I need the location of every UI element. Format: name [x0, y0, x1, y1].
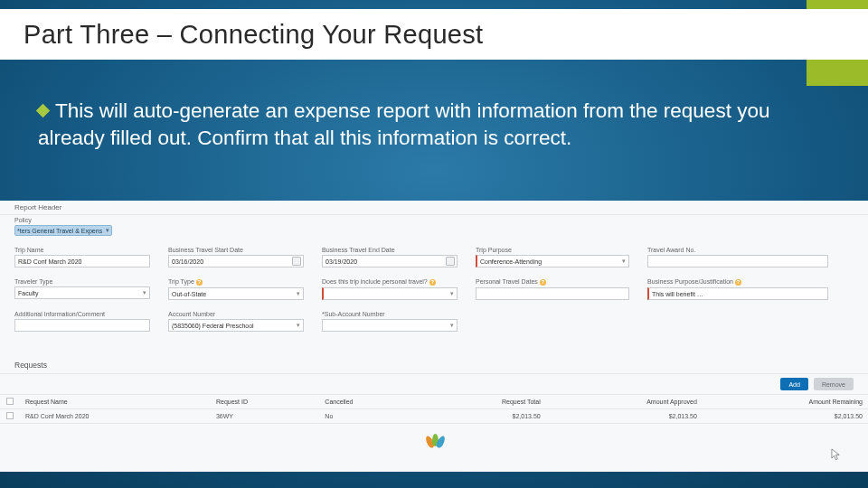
td-check [0, 409, 20, 424]
th-amount-remaining: Amount Remaining [703, 395, 868, 409]
addl-info-label: Additional Information/Comment [14, 311, 150, 317]
chevron-down-icon: ▾ [622, 258, 626, 265]
policy-value: *ters General Travel & Expens [17, 228, 102, 234]
brand-logo [427, 436, 444, 448]
th-check [0, 395, 20, 409]
th-cancelled: Cancelled [319, 395, 419, 409]
bt-end-value: 03/19/2020 [326, 258, 357, 265]
fields-grid-1: Trip Name R&D Conf March 2020 Business T… [0, 241, 868, 309]
traveler-type-value: Faculty [18, 290, 39, 296]
field-travel-award: Travel Award No. [647, 247, 828, 267]
trip-purpose-value: Conference-Attending [480, 258, 542, 265]
td-cancelled: No [319, 409, 419, 424]
th-amount-approved: Amount Approved [546, 395, 703, 409]
account-no-value: (5835060) Federal Preschool [172, 323, 254, 329]
field-biz-purpose: Business Purpose/Justification? This wil… [647, 278, 828, 300]
field-personal-travel: Does this trip include personal travel??… [322, 278, 458, 300]
td-request-total: $2,013.50 [420, 409, 546, 424]
checkbox-all[interactable] [6, 398, 14, 405]
sub-account-label: *Sub-Account Number [322, 311, 458, 317]
chevron-down-icon: ▾ [450, 290, 454, 297]
field-personal-dates: Personal Travel Dates? [476, 278, 629, 300]
bt-end-input[interactable]: 03/19/2020 [322, 255, 458, 267]
account-no-label: Account Number [168, 311, 304, 317]
cursor-icon [831, 448, 841, 461]
travel-award-input[interactable] [647, 255, 828, 267]
requests-toolbar: Add Remove [0, 373, 868, 394]
calendar-icon[interactable] [292, 257, 301, 266]
chevron-down-icon: ▾ [106, 227, 109, 234]
personal-dates-label: Personal Travel Dates? [476, 278, 629, 286]
requests-table: Request Name Request ID Cancelled Reques… [0, 394, 868, 424]
biz-purpose-label-text: Business Purpose/Justification [647, 278, 733, 285]
field-traveler-type: Traveler Type Faculty▾ [14, 278, 150, 300]
policy-select[interactable]: *ters General Travel & Expens ▾ [14, 225, 112, 236]
field-trip-name: Trip Name R&D Conf March 2020 [14, 247, 150, 267]
policy-label: Policy [14, 217, 854, 223]
td-amount-approved: $2,013.50 [546, 409, 703, 424]
trip-type-value: Out-of-State [172, 291, 206, 297]
bullet-text: This will auto-generate an expense repor… [38, 99, 769, 149]
biz-purpose-label: Business Purpose/Justification? [647, 278, 828, 286]
slide-title: Part Three – Connecting Your Request [24, 20, 483, 50]
td-request-name: R&D Conf March 2020 [20, 409, 211, 424]
field-bt-end: Business Travel End Date 03/19/2020 [322, 247, 458, 267]
account-no-select[interactable]: (5835060) Federal Preschool▾ [168, 319, 304, 332]
field-sub-account: *Sub-Account Number ▾ [322, 311, 458, 332]
biz-purpose-input[interactable]: This will benefit … [647, 287, 828, 300]
trip-purpose-label: Trip Purpose [476, 247, 629, 253]
th-request-id: Request ID [211, 395, 319, 409]
add-button[interactable]: Add [780, 378, 807, 390]
bt-end-label: Business Travel End Date [322, 247, 458, 253]
remove-button[interactable]: Remove [814, 378, 854, 390]
field-account-no: Account Number (5835060) Federal Prescho… [168, 311, 304, 332]
trip-type-select[interactable]: Out-of-State▾ [168, 287, 304, 300]
th-request-name: Request Name [20, 395, 211, 409]
field-bt-start: Business Travel Start Date 03/16/2020 [168, 247, 304, 267]
personal-travel-label: Does this trip include personal travel?? [322, 278, 458, 286]
sub-account-select[interactable]: ▾ [322, 319, 458, 332]
bullet-block: This will auto-generate an expense repor… [38, 98, 825, 152]
slide-title-bar: Part Three – Connecting Your Request [0, 9, 868, 60]
trip-type-label-text: Trip Type [168, 278, 194, 285]
personal-dates-label-text: Personal Travel Dates [476, 278, 538, 285]
personal-dates-input[interactable] [476, 287, 629, 300]
bt-start-value: 03/16/2020 [172, 258, 203, 265]
travel-award-label: Travel Award No. [647, 247, 828, 253]
policy-row: Policy *ters General Travel & Expens ▾ [0, 215, 868, 241]
trip-purpose-select[interactable]: Conference-Attending▾ [476, 255, 629, 267]
bt-start-input[interactable]: 03/16/2020 [168, 255, 304, 267]
tooltip-icon[interactable]: ? [196, 279, 203, 286]
field-trip-type: Trip Type? Out-of-State▾ [168, 278, 304, 300]
field-trip-purpose: Trip Purpose Conference-Attending▾ [476, 247, 629, 267]
bt-start-label: Business Travel Start Date [168, 247, 304, 253]
chevron-down-icon: ▾ [143, 289, 146, 296]
trip-name-label: Trip Name [14, 247, 150, 253]
calendar-icon[interactable] [446, 257, 455, 266]
tooltip-icon[interactable]: ? [735, 279, 741, 286]
biz-purpose-value: This will benefit … [652, 291, 703, 297]
personal-travel-label-text: Does this trip include personal travel? [322, 278, 428, 285]
addl-info-input[interactable] [14, 319, 150, 332]
traveler-type-label: Traveler Type [14, 278, 150, 285]
traveler-type-select[interactable]: Faculty▾ [14, 286, 150, 299]
td-amount-remaining: $2,013.50 [703, 409, 868, 424]
chevron-down-icon: ▾ [297, 322, 300, 329]
table-row[interactable]: R&D Conf March 2020 36WY No $2,013.50 $2… [0, 409, 868, 424]
chevron-down-icon: ▾ [450, 322, 454, 329]
section-report-header: Report Header [0, 201, 868, 215]
tooltip-icon[interactable]: ? [540, 279, 546, 286]
tooltip-icon[interactable]: ? [429, 279, 436, 286]
row-checkbox[interactable] [6, 412, 14, 419]
personal-travel-select[interactable]: ▾ [322, 287, 458, 300]
section-requests: Requests [0, 357, 868, 373]
fields-grid-2: Additional Information/Comment Account N… [0, 309, 868, 339]
td-request-id: 36WY [211, 409, 319, 424]
trip-name-input[interactable]: R&D Conf March 2020 [14, 255, 150, 267]
trip-name-value: R&D Conf March 2020 [18, 258, 81, 265]
field-addl-info: Additional Information/Comment [14, 311, 150, 332]
trip-type-label: Trip Type? [168, 278, 304, 286]
chevron-down-icon: ▾ [297, 290, 300, 297]
bullet-diamond-icon [36, 104, 51, 118]
expense-form-screenshot: Report Header Policy *ters General Trave… [0, 201, 868, 472]
